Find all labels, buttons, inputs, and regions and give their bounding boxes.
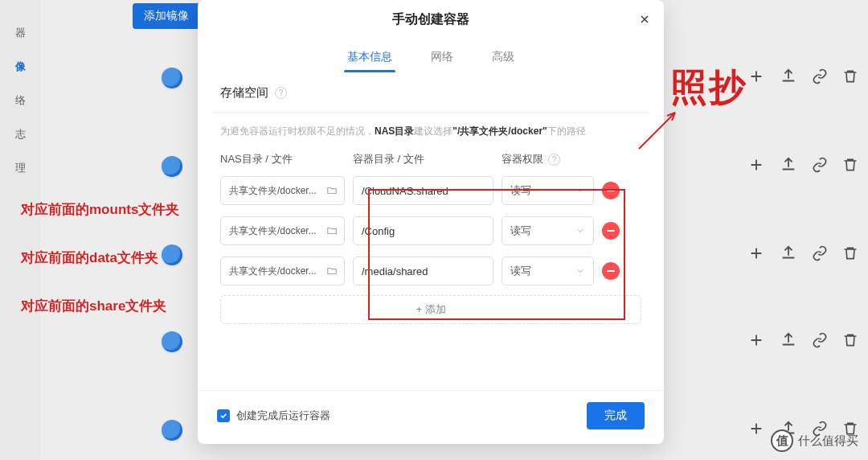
folder-icon: [326, 185, 338, 196]
mapping-row: 共享文件夹/docker... /CloudNAS:shared 读写: [220, 176, 641, 205]
permission-select[interactable]: 读写: [502, 257, 594, 285]
nas-path-input[interactable]: 共享文件夹/docker...: [220, 176, 345, 205]
container-path-input[interactable]: /CloudNAS:shared: [353, 176, 493, 205]
modal-footer: 创建完成后运行容器 完成: [198, 390, 664, 444]
help-icon[interactable]: ?: [275, 87, 287, 99]
tab-network[interactable]: 网络: [428, 43, 457, 71]
chevron-down-icon: [575, 226, 585, 236]
folder-icon: [326, 225, 338, 236]
header-perm: 容器权限?: [502, 152, 594, 166]
permission-select[interactable]: 读写: [502, 176, 594, 205]
permission-select[interactable]: 读写: [502, 216, 594, 245]
mapping-row: 共享文件夹/docker... /Config 读写: [220, 216, 641, 245]
header-container: 容器目录 / 文件: [353, 152, 493, 166]
modal-title: 手动创建容器: [392, 11, 469, 28]
column-headers: NAS目录 / 文件 容器目录 / 文件 容器权限?: [220, 152, 641, 166]
delete-button[interactable]: [602, 182, 620, 199]
add-mapping-button[interactable]: + 添加: [220, 295, 641, 324]
modal-header: 手动创建容器: [198, 0, 664, 39]
watermark-badge: 值: [771, 429, 793, 452]
mapping-row: 共享文件夹/docker... /media/shared 读写: [220, 257, 641, 285]
chevron-down-icon: [575, 266, 585, 276]
tab-basic[interactable]: 基本信息: [344, 43, 395, 71]
container-path-input[interactable]: /Config: [353, 216, 493, 245]
folder-icon: [326, 265, 338, 277]
header-nas: NAS目录 / 文件: [220, 152, 345, 166]
help-icon[interactable]: ?: [548, 154, 560, 166]
tab-advanced[interactable]: 高级: [489, 43, 518, 71]
modal-create-container: 手动创建容器 基本信息 网络 高级 存储空间 ? 为避免容器运行时权限不足的情况…: [198, 0, 664, 444]
close-icon: [638, 13, 651, 26]
nas-path-input[interactable]: 共享文件夹/docker...: [220, 216, 345, 245]
delete-button[interactable]: [602, 222, 620, 240]
section-title: 存储空间 ?: [220, 85, 641, 101]
checkbox-icon: [217, 409, 230, 422]
watermark: 值 什么值得买: [771, 429, 858, 452]
tabs: 基本信息 网络 高级: [198, 39, 664, 71]
hint-text: 为避免容器运行时权限不足的情况，NAS目录建议选择"/共享文件夹/docker"…: [220, 124, 641, 139]
modal-body: 存储空间 ? 为避免容器运行时权限不足的情况，NAS目录建议选择"/共享文件夹/…: [198, 71, 664, 390]
run-after-create-checkbox[interactable]: 创建完成后运行容器: [217, 409, 330, 423]
close-button[interactable]: [637, 11, 653, 27]
chevron-down-icon: [575, 186, 585, 195]
finish-button[interactable]: 完成: [587, 402, 645, 429]
annotation-arrow: [635, 105, 683, 153]
delete-button[interactable]: [602, 262, 620, 280]
divider: [212, 112, 649, 113]
container-path-input[interactable]: /media/shared: [353, 257, 493, 285]
nas-path-input[interactable]: 共享文件夹/docker...: [220, 257, 345, 285]
